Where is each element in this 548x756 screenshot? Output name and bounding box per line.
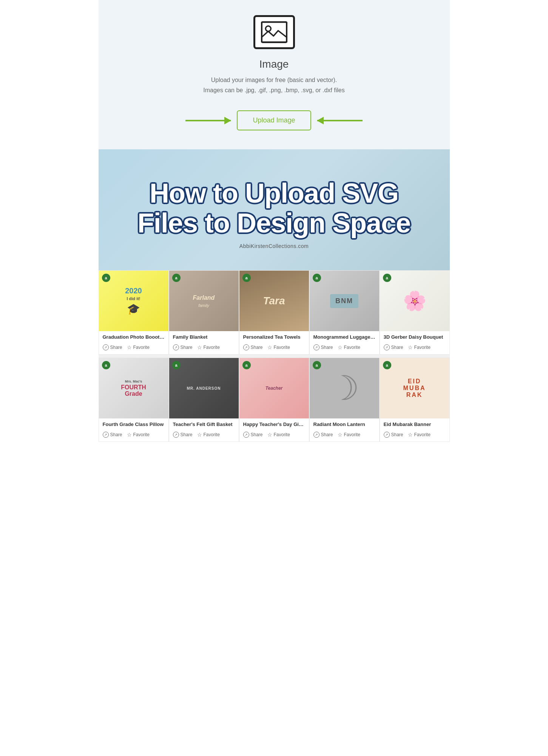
- product-badge: a: [313, 361, 321, 369]
- share-icon: ↗: [313, 344, 320, 350]
- favorite-label: Favorite: [414, 345, 431, 350]
- product-info: Fourth Grade Class Pillow: [99, 418, 168, 430]
- image-placeholder-icon: [261, 21, 287, 43]
- share-button[interactable]: ↗ Share: [173, 432, 193, 438]
- upload-desc-line1: Upload your images for free (basic and v…: [211, 75, 337, 85]
- product-name: Teacher's Felt Gift Basket: [173, 421, 235, 427]
- share-button[interactable]: ↗ Share: [103, 432, 122, 438]
- blog-banner: How to Upload SVG Files to Design Space …: [99, 149, 450, 270]
- star-icon: ☆: [127, 344, 132, 350]
- product-card-luggage[interactable]: a BNM Monogrammed Luggage Tag ↗ Share ☆ …: [309, 270, 380, 355]
- product-card-felt-basket[interactable]: a MR. ANDERSON Teacher's Felt Gift Baske…: [169, 358, 239, 442]
- product-card-eid[interactable]: a EIDMUBARAK Eid Mubarak Banner ↗ Share …: [380, 358, 450, 442]
- star-icon: ☆: [408, 344, 413, 350]
- share-icon: ↗: [173, 344, 179, 350]
- product-card-towels[interactable]: a Tara Personalized Tea Towels ↗ Share ☆…: [239, 270, 309, 355]
- favorite-button[interactable]: ☆ Favorite: [338, 344, 360, 350]
- blog-website: AbbiKirstenCollections.com: [239, 243, 309, 249]
- product-image-daisy: a 🌸: [380, 271, 449, 331]
- svg-point-1: [266, 26, 271, 31]
- star-icon: ☆: [267, 432, 272, 438]
- product-badge: a: [242, 361, 251, 369]
- product-card-moon[interactable]: a ☽ Radiant Moon Lantern ↗ Share ☆ Favor…: [309, 358, 380, 442]
- product-image-pillow: a Mrs. Mac's FOURTHGrade: [99, 358, 168, 418]
- product-badge: a: [313, 274, 321, 282]
- product-info: Eid Mubarak Banner: [380, 418, 449, 430]
- product-card-graduation[interactable]: a 2020 I did it! 🎓 Graduation Photo Booo…: [99, 270, 169, 355]
- favorite-button[interactable]: ☆ Favorite: [267, 344, 290, 350]
- share-icon: ↗: [243, 432, 249, 438]
- share-button[interactable]: ↗ Share: [243, 344, 263, 350]
- star-icon: ☆: [338, 344, 343, 350]
- favorite-label: Favorite: [274, 345, 290, 350]
- product-image-moon: a ☽: [310, 358, 379, 418]
- share-label: Share: [251, 345, 263, 350]
- product-actions: ↗ Share ☆ Favorite: [99, 343, 168, 354]
- share-label: Share: [321, 345, 333, 350]
- product-actions: ↗ Share ☆ Favorite: [310, 343, 379, 354]
- share-button[interactable]: ↗ Share: [243, 432, 263, 438]
- share-button[interactable]: ↗ Share: [313, 344, 333, 350]
- share-button[interactable]: ↗ Share: [173, 344, 193, 350]
- share-icon: ↗: [103, 432, 109, 438]
- product-card-teachers-basket[interactable]: a Teacher Happy Teacher's Day Gift Bas..…: [239, 358, 309, 442]
- favorite-button[interactable]: ☆ Favorite: [267, 432, 290, 438]
- product-info: Monogrammed Luggage Tag: [310, 331, 379, 343]
- product-image-graduation: a 2020 I did it! 🎓: [99, 271, 168, 331]
- product-name: Family Blanket: [173, 334, 235, 340]
- upload-section: Image Upload your images for free (basic…: [99, 0, 450, 149]
- products-grid-row2: a Mrs. Mac's FOURTHGrade Fourth Grade Cl…: [99, 358, 450, 442]
- star-icon: ☆: [127, 432, 132, 438]
- product-badge: a: [172, 274, 181, 282]
- product-actions: ↗ Share ☆ Favorite: [99, 430, 168, 442]
- share-icon: ↗: [103, 344, 109, 350]
- share-label: Share: [110, 345, 122, 350]
- product-actions: ↗ Share ☆ Favorite: [380, 430, 449, 442]
- product-badge: a: [172, 361, 181, 369]
- share-label: Share: [251, 432, 263, 437]
- product-badge: a: [383, 274, 391, 282]
- share-button[interactable]: ↗ Share: [384, 432, 403, 438]
- product-actions: ↗ Share ☆ Favorite: [169, 343, 239, 354]
- share-button[interactable]: ↗ Share: [384, 344, 403, 350]
- upload-image-button[interactable]: Upload Image: [237, 110, 311, 130]
- favorite-label: Favorite: [204, 345, 220, 350]
- star-icon: ☆: [197, 344, 202, 350]
- favorite-label: Favorite: [133, 345, 150, 350]
- product-badge: a: [102, 361, 110, 369]
- product-info: 3D Gerber Daisy Bouquet: [380, 331, 449, 343]
- product-name: Graduation Photo Boooth Props: [103, 334, 165, 340]
- favorite-button[interactable]: ☆ Favorite: [408, 344, 431, 350]
- favorite-label: Favorite: [133, 432, 150, 437]
- product-name: Happy Teacher's Day Gift Bas...: [243, 421, 305, 427]
- favorite-button[interactable]: ☆ Favorite: [127, 432, 150, 438]
- favorite-label: Favorite: [344, 432, 360, 437]
- product-image-teachers-basket: a Teacher: [239, 358, 309, 418]
- share-button[interactable]: ↗ Share: [103, 344, 122, 350]
- product-name: Eid Mubarak Banner: [384, 421, 446, 427]
- product-info: Radiant Moon Lantern: [310, 418, 379, 430]
- upload-button-row: Upload Image: [185, 110, 362, 130]
- product-image-felt-basket: a MR. ANDERSON: [169, 358, 239, 418]
- right-arrow: [317, 120, 363, 121]
- share-label: Share: [321, 432, 333, 437]
- image-icon: [253, 15, 295, 49]
- product-card-pillow[interactable]: a Mrs. Mac's FOURTHGrade Fourth Grade Cl…: [99, 358, 169, 442]
- product-card-blanket[interactable]: a Farland family Family Blanket ↗ Share …: [169, 270, 239, 355]
- star-icon: ☆: [408, 432, 413, 438]
- star-icon: ☆: [197, 432, 202, 438]
- favorite-button[interactable]: ☆ Favorite: [338, 432, 360, 438]
- share-label: Share: [181, 432, 193, 437]
- favorite-label: Favorite: [414, 432, 431, 437]
- star-icon: ☆: [338, 432, 343, 438]
- product-actions: ↗ Share ☆ Favorite: [239, 343, 309, 354]
- favorite-button[interactable]: ☆ Favorite: [197, 344, 220, 350]
- product-card-daisy[interactable]: a 🌸 3D Gerber Daisy Bouquet ↗ Share ☆ Fa…: [380, 270, 450, 355]
- favorite-button[interactable]: ☆ Favorite: [197, 432, 220, 438]
- favorite-button[interactable]: ☆ Favorite: [127, 344, 150, 350]
- product-badge: a: [102, 274, 110, 282]
- row-separator: [99, 355, 450, 358]
- share-button[interactable]: ↗ Share: [313, 432, 333, 438]
- favorite-button[interactable]: ☆ Favorite: [408, 432, 431, 438]
- product-info: Teacher's Felt Gift Basket: [169, 418, 239, 430]
